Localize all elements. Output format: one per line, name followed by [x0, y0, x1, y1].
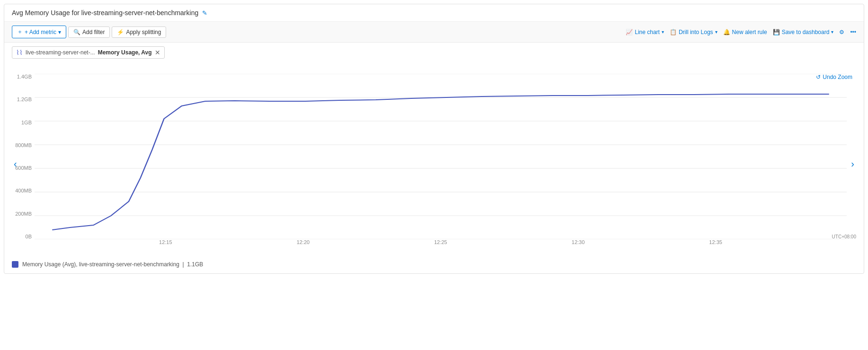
y-label-7: 0B — [12, 234, 35, 239]
chart-area: ↺ Undo Zoom ‹ › 1.4GB 1.2GB 1GB 800MB 60… — [4, 74, 864, 257]
chart-line-svg — [35, 74, 847, 239]
remove-metric-button[interactable]: ✕ — [155, 49, 160, 56]
x-label-5: 12:35 — [709, 239, 722, 245]
toolbar: ＋ + Add metric ▾ 🔍 Add filter ⚡ Apply sp… — [4, 22, 864, 43]
edit-icon[interactable]: ✎ — [202, 9, 207, 17]
plus-icon: ＋ — [17, 28, 23, 36]
split-icon: ⚡ — [117, 29, 124, 35]
x-label-4: 12:30 — [572, 239, 585, 245]
y-label-0: 1.4GB — [12, 74, 35, 79]
save-chevron-icon: ▾ — [831, 29, 833, 35]
apply-splitting-button[interactable]: ⚡ Apply splitting — [112, 26, 166, 38]
chart-legend: Memory Usage (Avg), live-streaming-serve… — [4, 257, 864, 273]
ellipsis-icon: ••• — [850, 29, 856, 35]
add-metric-button[interactable]: ＋ + Add metric ▾ — [12, 26, 66, 38]
alert-icon: 🔔 — [723, 29, 730, 35]
line-chart-button[interactable]: 📈 Line chart ▾ — [626, 29, 664, 35]
settings-button[interactable]: ⚙ — [839, 29, 844, 35]
logs-icon: 📋 — [670, 29, 677, 35]
save-dashboard-button[interactable]: 💾 Save to dashboard ▾ — [773, 29, 834, 35]
series-icon: ⌇⌇ — [16, 49, 23, 56]
main-container: Avg Memory Usage for live-streaming-serv… — [4, 4, 864, 274]
legend-swatch — [12, 261, 18, 268]
legend-label: Memory Usage (Avg), live-streaming-serve… — [22, 261, 203, 268]
x-label-2: 12:20 — [297, 239, 310, 245]
drill-logs-chevron-icon: ▾ — [715, 29, 717, 35]
metric-tag: ⌇⌇ live-streaming-server-net-... Memory … — [12, 46, 165, 59]
chart-wrapper: ‹ › 1.4GB 1.2GB 1GB 800MB 600MB 400MB 20… — [12, 74, 856, 254]
y-label-2: 1GB — [12, 120, 35, 125]
drill-logs-button[interactable]: 📋 Drill into Logs ▾ — [670, 29, 717, 35]
filter-icon: 🔍 — [73, 29, 80, 35]
toolbar-left: ＋ + Add metric ▾ 🔍 Add filter ⚡ Apply sp… — [12, 26, 624, 38]
timezone-label: UTC+08:00 — [832, 234, 856, 239]
line-chart-icon: 📈 — [626, 29, 633, 35]
add-filter-button[interactable]: 🔍 Add filter — [68, 26, 110, 38]
x-axis: 12:15 12:20 12:25 12:30 12:35 — [35, 239, 847, 254]
line-chart-chevron-icon: ▾ — [662, 29, 664, 35]
chart-nav-right-button[interactable]: › — [851, 158, 854, 169]
chart-title: Avg Memory Usage for live-streaming-serv… — [12, 9, 198, 17]
y-label-1: 1.2GB — [12, 96, 35, 102]
chart-svg — [35, 74, 847, 239]
y-label-3: 800MB — [12, 142, 35, 148]
x-label-3: 12:25 — [434, 239, 447, 245]
memory-chart-line — [52, 94, 829, 230]
x-label-1: 12:15 — [159, 239, 172, 245]
y-label-6: 200MB — [12, 211, 35, 217]
toolbar-right: 📈 Line chart ▾ 📋 Drill into Logs ▾ 🔔 New… — [626, 29, 856, 35]
title-bar: Avg Memory Usage for live-streaming-serv… — [4, 4, 864, 22]
add-metric-chevron-icon: ▾ — [58, 29, 61, 35]
more-button[interactable]: ••• — [850, 29, 856, 35]
y-label-5: 400MB — [12, 188, 35, 193]
metric-name: Memory Usage, Avg — [98, 49, 152, 56]
save-icon: 💾 — [773, 29, 780, 35]
chart-nav-left-button[interactable]: ‹ — [14, 158, 17, 169]
gear-icon: ⚙ — [839, 29, 844, 35]
y-axis: 1.4GB 1.2GB 1GB 800MB 600MB 400MB 200MB … — [12, 74, 35, 239]
new-alert-rule-button[interactable]: 🔔 New alert rule — [723, 29, 767, 35]
